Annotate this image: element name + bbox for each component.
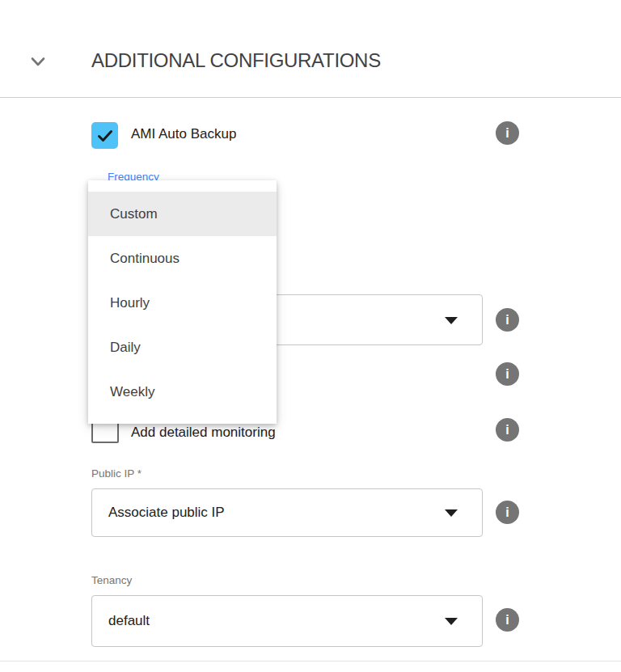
public-ip-label: Public IP * — [91, 467, 142, 480]
ami-auto-backup-checkbox[interactable] — [91, 122, 118, 149]
info-glyph: i — [505, 613, 509, 628]
detailed-monitoring-info-icon[interactable]: i — [496, 418, 519, 442]
hidden-row-info-icon[interactable]: i — [496, 362, 519, 386]
ami-auto-backup-info-icon[interactable]: i — [496, 121, 519, 145]
section-title: ADDITIONAL CONFIGURATIONS — [91, 49, 381, 72]
menu-item-weekly[interactable]: Weekly — [88, 370, 277, 414]
caret-down-icon — [445, 317, 458, 324]
bottom-divider — [0, 661, 621, 661]
tenancy-label: Tenancy — [91, 574, 132, 586]
info-glyph: i — [505, 423, 509, 437]
checkmark-icon — [95, 126, 115, 146]
header-divider — [0, 97, 621, 98]
frequency-info-icon[interactable]: i — [496, 308, 519, 332]
detailed-monitoring-label: Add detailed monitoring — [131, 425, 276, 441]
info-glyph: i — [505, 126, 509, 141]
info-glyph: i — [505, 505, 509, 520]
public-ip-info-icon[interactable]: i — [496, 501, 519, 524]
caret-down-icon — [445, 509, 458, 517]
public-ip-select[interactable]: Associate public IP — [91, 488, 483, 537]
menu-item-hourly[interactable]: Hourly — [88, 281, 277, 325]
tenancy-select[interactable]: default — [91, 595, 483, 647]
chevron-down-icon[interactable] — [28, 52, 48, 71]
menu-item-daily[interactable]: Daily — [88, 325, 277, 370]
additional-configurations-panel: ADDITIONAL CONFIGURATIONS AMI Auto Backu… — [0, 0, 621, 672]
frequency-dropdown-menu: Custom Continuous Hourly Daily Weekly — [88, 180, 277, 424]
tenancy-info-icon[interactable]: i — [496, 608, 519, 632]
public-ip-value: Associate public IP — [108, 489, 225, 536]
info-glyph: i — [505, 313, 509, 328]
caret-down-icon — [445, 618, 458, 625]
info-glyph: i — [505, 367, 509, 382]
menu-item-continuous[interactable]: Continuous — [88, 236, 277, 281]
ami-auto-backup-label: AMI Auto Backup — [131, 126, 236, 142]
tenancy-value: default — [108, 596, 150, 646]
menu-item-custom[interactable]: Custom — [88, 192, 277, 236]
